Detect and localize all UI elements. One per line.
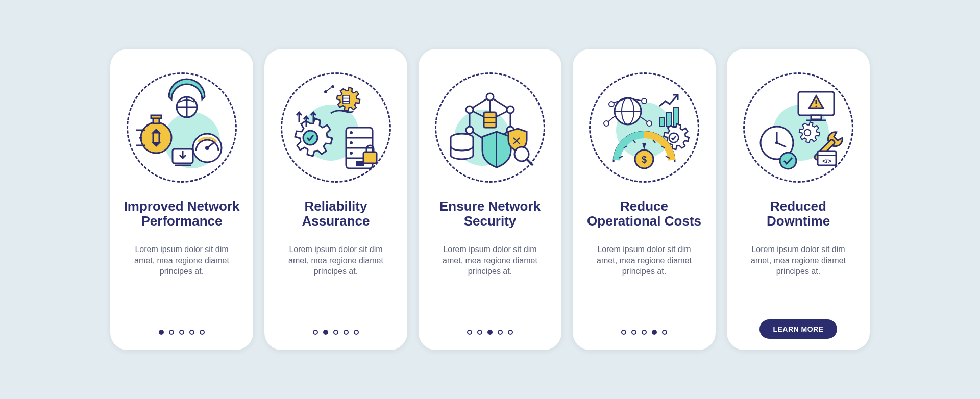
card-body: Lorem ipsum dolor sit dim amet, mea regi… bbox=[128, 244, 235, 277]
card-body: Lorem ipsum dolor sit dim amet, mea regi… bbox=[591, 244, 698, 277]
dot-3[interactable] bbox=[642, 330, 647, 335]
svg-point-64 bbox=[604, 121, 609, 126]
card-title: Reduce Operational Costs bbox=[585, 198, 703, 230]
reliability-assurance-icon bbox=[280, 71, 392, 184]
svg-point-88 bbox=[775, 141, 778, 144]
dot-5[interactable] bbox=[508, 330, 513, 335]
dot-1[interactable] bbox=[313, 330, 318, 335]
card-reduced-downtime: </> Reduced Downtime Lorem ipsum dolor s… bbox=[727, 49, 870, 350]
svg-text:$: $ bbox=[642, 155, 647, 165]
dot-1[interactable] bbox=[621, 330, 626, 335]
pagination-dots bbox=[313, 330, 359, 335]
svg-rect-81 bbox=[811, 115, 821, 119]
svg-rect-67 bbox=[659, 117, 665, 127]
svg-rect-26 bbox=[343, 95, 350, 104]
svg-point-12 bbox=[205, 146, 209, 150]
pagination-dots bbox=[621, 330, 667, 335]
dot-4[interactable] bbox=[652, 330, 657, 335]
operational-costs-icon: $ bbox=[588, 71, 700, 184]
card-operational-costs: $ Reduce Operational Costs Lorem ipsum d… bbox=[573, 49, 716, 350]
learn-more-button[interactable]: LEARN MORE bbox=[760, 319, 837, 339]
svg-rect-68 bbox=[667, 112, 672, 127]
card-body: Lorem ipsum dolor sit dim amet, mea regi… bbox=[282, 244, 389, 277]
svg-point-60 bbox=[609, 102, 614, 107]
onboarding-card-row: Improved Network Performance Lorem ipsum… bbox=[110, 49, 870, 350]
pagination-dots bbox=[159, 330, 205, 335]
card-body: Lorem ipsum dolor sit dim amet, mea regi… bbox=[745, 244, 852, 277]
dot-5[interactable] bbox=[354, 330, 359, 335]
dot-2[interactable] bbox=[323, 330, 328, 335]
card-network-security: Ensure Network Security Lorem ipsum dolo… bbox=[419, 49, 561, 350]
card-network-performance: Improved Network Performance Lorem ipsum… bbox=[110, 49, 253, 350]
card-body: Lorem ipsum dolor sit dim amet, mea regi… bbox=[436, 244, 544, 277]
svg-point-62 bbox=[642, 98, 647, 104]
card-title: Reliability Assurance bbox=[277, 198, 395, 230]
dot-5[interactable] bbox=[662, 330, 667, 335]
network-security-icon bbox=[434, 71, 546, 184]
svg-point-25 bbox=[303, 131, 317, 145]
svg-point-89 bbox=[780, 153, 796, 169]
dot-4[interactable] bbox=[344, 330, 349, 335]
svg-point-43 bbox=[466, 106, 473, 113]
dot-1[interactable] bbox=[159, 330, 164, 335]
dot-3[interactable] bbox=[487, 330, 493, 335]
svg-rect-48 bbox=[484, 112, 496, 128]
dot-4[interactable] bbox=[189, 330, 194, 335]
dot-4[interactable] bbox=[498, 330, 503, 335]
svg-point-53 bbox=[514, 147, 529, 161]
dot-3[interactable] bbox=[333, 330, 338, 335]
dot-2[interactable] bbox=[477, 330, 482, 335]
svg-line-30 bbox=[326, 88, 331, 92]
card-reliability-assurance: Reliability Assurance Lorem ipsum dolor … bbox=[264, 49, 407, 350]
svg-point-45 bbox=[466, 127, 473, 134]
dot-2[interactable] bbox=[631, 330, 636, 335]
svg-point-42 bbox=[486, 93, 494, 101]
svg-point-4 bbox=[141, 122, 172, 153]
svg-point-90 bbox=[804, 130, 811, 136]
svg-rect-6 bbox=[151, 115, 161, 118]
card-title: Improved Network Performance bbox=[122, 198, 241, 230]
reduced-downtime-icon: </> bbox=[742, 71, 854, 184]
svg-point-44 bbox=[507, 106, 514, 113]
svg-point-84 bbox=[815, 105, 817, 107]
card-title: Ensure Network Security bbox=[431, 198, 549, 230]
svg-point-20 bbox=[350, 131, 353, 134]
svg-point-31 bbox=[331, 85, 334, 88]
dot-1[interactable] bbox=[467, 330, 472, 335]
svg-point-22 bbox=[350, 152, 353, 155]
dot-5[interactable] bbox=[200, 330, 205, 335]
dot-2[interactable] bbox=[169, 330, 174, 335]
svg-line-54 bbox=[527, 159, 533, 165]
network-performance-icon bbox=[126, 71, 238, 184]
svg-text:</>: </> bbox=[822, 158, 831, 165]
card-title: Reduced Downtime bbox=[739, 198, 857, 230]
svg-point-66 bbox=[647, 121, 652, 126]
pagination-dots bbox=[467, 330, 513, 335]
svg-rect-24 bbox=[363, 152, 377, 163]
dot-3[interactable] bbox=[179, 330, 184, 335]
svg-point-21 bbox=[350, 141, 353, 144]
